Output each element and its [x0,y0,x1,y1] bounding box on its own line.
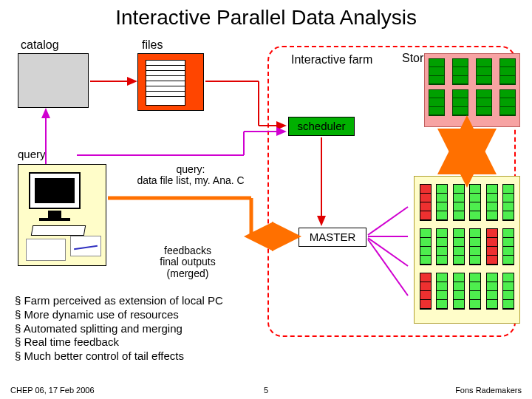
keyboard-icon [31,225,86,236]
worker-cluster-box [414,176,520,324]
footer-page-number: 5 [0,386,532,395]
label-query: query [18,148,46,160]
result-plot-icon [70,236,101,256]
bullet-item: Real time feedback [15,335,223,349]
bullet-item: More dynamic use of resources [15,308,223,322]
monitor-stand [48,211,61,218]
label-feedbacks: feedbacks final outputs (merged) [143,245,232,279]
label-files: files [142,38,163,52]
label-farm: Interactive farm [291,53,372,66]
monitor-base [39,218,70,221]
file-lines-icon [146,60,185,106]
label-query-detail: query: data file list, my. Ana. C [132,164,250,187]
footer-author: Fons Rademakers [455,386,522,395]
label-catalog: catalog [21,38,59,52]
files-box [137,53,204,111]
master-box: MASTER [299,228,366,247]
workstation-box [18,164,106,266]
storage-box [424,53,520,127]
bullet-item: Automated splitting and merging [15,322,223,336]
catalog-box [18,53,89,108]
scheduler-box: scheduler [288,117,355,136]
bullet-item: Much better control of tail effects [15,349,223,364]
bullet-item: Farm perceived as extension of local PC [15,294,223,308]
result-chart-icon [26,239,66,261]
bullet-list: Farm perceived as extension of local PC … [15,294,223,364]
monitor-icon [29,172,81,209]
slide-title: Interactive Parallel Data Analysis [0,6,532,30]
